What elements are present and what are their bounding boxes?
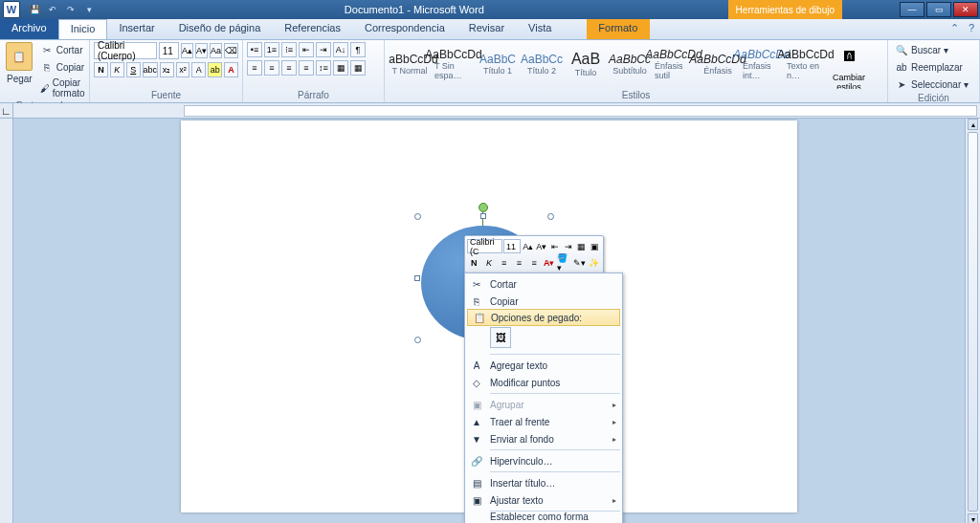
mini-quick-styles-icon[interactable]: ▦	[575, 239, 588, 253]
mini-grow-font-icon[interactable]: A▴	[522, 239, 534, 253]
style-strong[interactable]: AaBbCcDdTexto en n…	[786, 43, 826, 85]
bold-icon[interactable]: N	[94, 62, 108, 77]
maximize-button[interactable]: ▭	[926, 2, 951, 17]
style-title[interactable]: AaBTítulo	[566, 43, 606, 85]
ctx-edit-points[interactable]: ◇Modificar puntos	[465, 374, 622, 391]
line-spacing-icon[interactable]: ↕≡	[316, 60, 331, 76]
mini-align-center-icon[interactable]: ≡	[512, 255, 526, 270]
paste-icon[interactable]: 📋	[6, 42, 33, 71]
ctx-add-text[interactable]: AAgregar texto	[465, 357, 622, 374]
strike-icon[interactable]: abc	[143, 62, 158, 77]
ctx-copy[interactable]: ⎘Copiar	[465, 293, 622, 310]
resize-handle-ne[interactable]	[547, 213, 554, 220]
style-heading1[interactable]: AaBbCTítulo 1	[478, 43, 518, 85]
ribbon-minimize-icon[interactable]: ⌃	[947, 19, 963, 39]
resize-handle-w[interactable]	[414, 275, 420, 281]
align-center-icon[interactable]: ≡	[264, 60, 279, 76]
vertical-scrollbar[interactable]: ▴ ▾	[965, 119, 980, 523]
decrease-indent-icon[interactable]: ⇤	[299, 42, 314, 57]
ctx-wrap-text[interactable]: ▣Ajustar texto	[465, 491, 622, 509]
select-button[interactable]: ➤Seleccionar ▾	[892, 76, 971, 92]
highlight-icon[interactable]: ab	[208, 62, 222, 77]
style-heading2[interactable]: AaBbCcTítulo 2	[522, 43, 562, 85]
ctx-insert-caption[interactable]: ▤Insertar título…	[465, 474, 622, 491]
text-effects-icon[interactable]: A	[191, 62, 206, 77]
tab-diseno-pagina[interactable]: Diseño de página	[167, 19, 274, 39]
tab-selector[interactable]: ∟	[0, 103, 13, 119]
resize-handle-sw[interactable]	[414, 337, 421, 343]
justify-icon[interactable]: ≡	[299, 60, 314, 76]
horizontal-ruler[interactable]: ∟	[0, 103, 980, 119]
ctx-cut[interactable]: ✂Cortar	[465, 275, 622, 293]
cut-button[interactable]: ✂Cortar	[37, 42, 92, 57]
ctx-hyperlink[interactable]: 🔗Hipervínculo…	[465, 452, 622, 469]
tab-insertar[interactable]: Insertar	[107, 19, 167, 39]
grow-font-icon[interactable]: A▴	[181, 43, 193, 58]
resize-handle-nw[interactable]	[414, 213, 421, 220]
font-size-dropdown[interactable]: 11	[159, 42, 179, 59]
close-button[interactable]: ✕	[953, 2, 978, 17]
undo-icon[interactable]: ↶	[45, 2, 60, 17]
paste-picture-icon[interactable]: 🖼	[490, 327, 511, 348]
mini-fill-icon[interactable]: 🪣▾	[557, 255, 571, 270]
mini-bold-icon[interactable]: N	[467, 255, 481, 270]
paste-button[interactable]: Pegar	[4, 73, 35, 85]
style-emphasis[interactable]: AaBbCcDdÉnfasis	[698, 43, 738, 85]
ctx-send-back[interactable]: ▼Enviar al fondo	[465, 430, 622, 447]
mini-outline-icon[interactable]: ✎▾	[572, 255, 587, 270]
align-left-icon[interactable]: ≡	[247, 60, 262, 76]
tab-inicio[interactable]: Inicio	[58, 19, 108, 39]
align-right-icon[interactable]: ≡	[281, 60, 297, 76]
style-subtitle[interactable]: AaBbCcSubtítulo	[610, 43, 650, 85]
mini-align-right-icon[interactable]: ≡	[527, 255, 542, 270]
underline-icon[interactable]: S	[126, 62, 141, 77]
style-normal[interactable]: AaBbCcDdT Normal	[390, 43, 430, 85]
document-canvas[interactable]: Calibri (C 11 A▴ A▾ ⇤ ⇥ ▦ ▣ N K ≡ ≡ ≡ A▾…	[13, 119, 965, 523]
subscript-icon[interactable]: x₂	[160, 62, 174, 77]
replace-button[interactable]: abReemplazar	[892, 59, 971, 75]
numbering-icon[interactable]: 1≡	[264, 42, 279, 57]
scroll-up-icon[interactable]: ▴	[968, 119, 978, 130]
format-painter-button[interactable]: 🖌Copiar formato	[37, 76, 92, 99]
pilcrow-icon[interactable]: ¶	[350, 42, 366, 57]
change-styles-icon[interactable]: 🅰	[835, 42, 862, 71]
scroll-down-icon[interactable]: ▾	[968, 513, 978, 523]
shrink-font-icon[interactable]: A▾	[195, 43, 208, 58]
resize-handle-n[interactable]	[480, 213, 486, 219]
shading-icon[interactable]: ▦	[333, 60, 348, 76]
tab-correspondencia[interactable]: Correspondencia	[353, 19, 457, 39]
change-styles-button[interactable]: Cambiar estilos	[829, 73, 869, 89]
mini-wrap-icon[interactable]: ▣	[589, 239, 601, 253]
mini-effects-icon[interactable]: ✨	[587, 255, 601, 270]
tab-revisar[interactable]: Revisar	[457, 19, 517, 39]
mini-decrease-indent-icon[interactable]: ⇤	[548, 239, 561, 253]
italic-icon[interactable]: K	[110, 62, 124, 77]
help-icon[interactable]: ?	[963, 19, 980, 39]
font-family-dropdown[interactable]: Calibri (Cuerpo)	[94, 42, 157, 59]
vertical-ruler[interactable]	[0, 119, 13, 523]
mini-font-size[interactable]: 11	[503, 239, 521, 253]
superscript-icon[interactable]: x²	[176, 62, 190, 77]
mini-font-color-icon[interactable]: A▾	[542, 255, 556, 270]
style-subtle-emphasis[interactable]: AaBbCcDdÉnfasis sutil	[654, 43, 694, 85]
sort-icon[interactable]: A↓	[333, 42, 348, 57]
borders-icon[interactable]: ▦	[350, 60, 366, 76]
tab-referencias[interactable]: Referencias	[273, 19, 353, 39]
ctx-default-shape[interactable]: Establecer como forma predeterminada	[465, 513, 622, 523]
mini-align-left-icon[interactable]: ≡	[497, 255, 511, 270]
rotation-handle[interactable]	[479, 203, 488, 212]
qat-more-icon[interactable]: ▾	[81, 2, 97, 17]
multilevel-icon[interactable]: ⁝≡	[281, 42, 297, 57]
mini-font-family[interactable]: Calibri (C	[467, 239, 502, 253]
increase-indent-icon[interactable]: ⇥	[316, 42, 331, 57]
redo-icon[interactable]: ↷	[63, 2, 78, 17]
tab-vista[interactable]: Vista	[517, 19, 564, 39]
find-button[interactable]: 🔍Buscar ▾	[892, 42, 971, 57]
minimize-button[interactable]: —	[900, 2, 924, 17]
mini-italic-icon[interactable]: K	[482, 255, 497, 270]
save-icon[interactable]: 💾	[27, 2, 42, 17]
copy-button[interactable]: ⎘Copiar	[37, 59, 92, 75]
tab-formato[interactable]: Formato	[587, 19, 650, 39]
style-intense-emphasis[interactable]: AaBbCcDdÉnfasis int…	[742, 43, 782, 85]
mini-increase-indent-icon[interactable]: ⇥	[562, 239, 574, 253]
